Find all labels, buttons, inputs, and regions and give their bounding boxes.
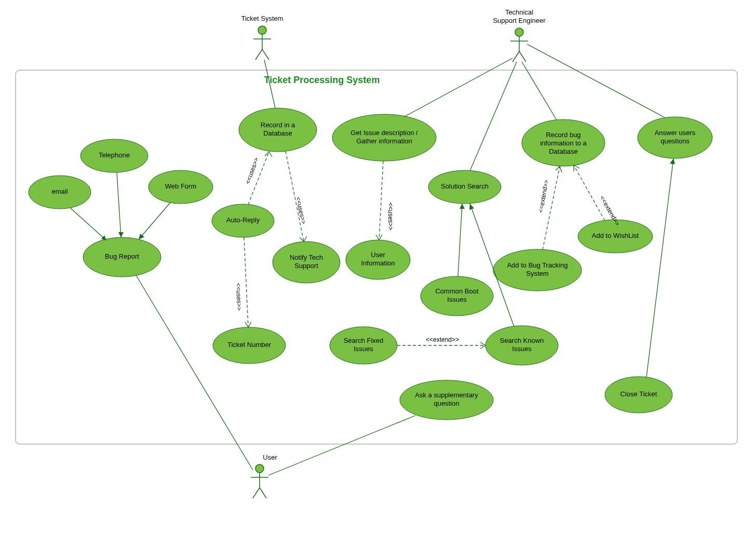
link-user-asksupp [268, 416, 415, 475]
svg-line-96 [379, 161, 383, 240]
svg-marker-76 [139, 234, 144, 239]
dep-wishlist-recordbug: <<extend>> [574, 165, 622, 227]
usecase-search-known: Search Known Issues [485, 326, 558, 365]
svg-text:Close Ticket: Close Ticket [620, 390, 657, 398]
dep-autoreply-ticketnum: <<uses>> [235, 237, 251, 327]
svg-line-82 [458, 204, 462, 276]
actor-ticket-system: Ticket System [241, 15, 283, 60]
svg-line-81 [527, 44, 665, 117]
link-webform-bugreport [139, 203, 170, 239]
usecase-email: email [29, 176, 91, 209]
link-close-answer [646, 158, 675, 377]
usecase-ask-supplementary: Ask a supplementary question [400, 380, 493, 420]
svg-text:Issues: Issues [354, 345, 373, 353]
link-tech-answer [527, 44, 665, 117]
svg-text:question: question [434, 399, 459, 407]
svg-point-1 [258, 26, 266, 34]
usecase-close-ticket: Close Ticket [605, 377, 672, 413]
svg-marker-83 [460, 204, 465, 209]
svg-text:Solution Search: Solution Search [441, 182, 489, 190]
svg-marker-85 [469, 204, 474, 210]
svg-text:email: email [51, 188, 68, 195]
svg-line-78 [404, 58, 512, 117]
usecase-telephone: Telephone [80, 139, 148, 172]
svg-text:Issues: Issues [447, 296, 467, 303]
dep-addbt-recordbug: <<extend>> [537, 166, 562, 250]
usecase-common-boot: Common Boot Issues [421, 276, 493, 316]
svg-text:Database: Database [263, 129, 292, 137]
link-telephone-bugreport [117, 172, 124, 237]
svg-text:User: User [371, 251, 385, 259]
svg-text:Search Fixed: Search Fixed [344, 337, 384, 344]
usecase-record-bug: Record bug information to a Database [522, 119, 605, 166]
svg-line-4 [255, 49, 262, 60]
svg-text:Ask a supplementary: Ask a supplementary [415, 391, 478, 399]
svg-line-5 [262, 49, 269, 60]
link-tech-solution [470, 62, 517, 171]
svg-line-79 [470, 62, 517, 171]
svg-text:Web Form: Web Form [165, 182, 196, 190]
svg-text:Support Engineer: Support Engineer [493, 17, 546, 24]
svg-text:<<uses>>: <<uses>> [387, 203, 394, 230]
usecase-bug-report: Bug Report [83, 237, 161, 277]
usecase-record-db: Record in a Database [239, 108, 317, 152]
usecase-solution-search: Solution Search [428, 170, 501, 204]
svg-text:Add to Bug Tracking: Add to Bug Tracking [507, 261, 568, 269]
svg-text:Bug Report: Bug Report [105, 252, 139, 260]
svg-text:Support: Support [294, 262, 318, 270]
svg-line-12 [519, 51, 526, 62]
dep-getissue-userinfo: <<uses>> [376, 161, 394, 240]
system-title: Ticket Processing System [264, 75, 380, 85]
svg-text:Record bug: Record bug [546, 131, 580, 139]
svg-text:Ticket Number: Ticket Number [227, 341, 272, 349]
usecase-add-bug-tracking: Add to Bug Tracking System [493, 249, 582, 291]
svg-text:Get Issue description /: Get Issue description / [350, 129, 418, 137]
svg-line-11 [512, 51, 519, 62]
actor-tech-engineer: Technical Support Engineer [493, 8, 546, 62]
svg-line-88 [136, 275, 253, 470]
svg-point-8 [515, 28, 523, 36]
svg-text:Gather information: Gather information [356, 137, 412, 145]
svg-text:System: System [526, 270, 548, 277]
dep-autoreply-record: <<uses>> [244, 152, 272, 205]
svg-text:Add to WishList: Add to WishList [592, 232, 639, 239]
svg-marker-74 [118, 232, 124, 237]
usecase-search-fixed: Search Fixed Issues [330, 327, 397, 364]
svg-line-98 [543, 166, 560, 250]
svg-text:<<uses>>: <<uses>> [244, 156, 260, 185]
svg-text:Ticket System: Ticket System [241, 15, 283, 22]
svg-text:<<extend>>: <<extend>> [537, 179, 550, 213]
svg-text:Information: Information [361, 259, 395, 267]
svg-text:information to a: information to a [540, 139, 587, 147]
dep-searchfixed-searchknown: <<extend>> [397, 336, 485, 349]
svg-text:<<uses>>: <<uses>> [294, 196, 307, 225]
svg-text:Technical: Technical [505, 8, 533, 16]
svg-text:Answer users: Answer users [655, 129, 696, 137]
svg-line-71 [70, 208, 106, 240]
svg-line-100 [574, 165, 605, 221]
link-commonboot-solution [458, 204, 465, 276]
usecase-get-issue: Get Issue description / Gather informati… [332, 114, 436, 161]
svg-point-14 [255, 464, 264, 473]
dep-record-notify: <<uses>> [286, 151, 307, 242]
svg-marker-87 [670, 158, 675, 164]
svg-text:questions: questions [660, 137, 690, 145]
actor-user: User [251, 453, 277, 498]
svg-text:<<uses>>: <<uses>> [235, 283, 243, 311]
svg-text:Common Boot: Common Boot [435, 287, 478, 295]
svg-text:Record in a: Record in a [261, 121, 295, 129]
svg-line-80 [522, 62, 557, 120]
svg-text:Notify Tech: Notify Tech [290, 253, 323, 261]
usecase-notify-tech: Notify Tech Support [273, 242, 340, 283]
link-email-bugreport [70, 208, 106, 240]
link-tech-recordbug [522, 62, 557, 120]
svg-text:Telephone: Telephone [99, 151, 130, 159]
usecase-ticket-number: Ticket Number [213, 327, 286, 364]
usecase-webform: Web Form [148, 170, 213, 204]
usecase-auto-reply: Auto-Reply [212, 204, 274, 237]
svg-line-86 [646, 158, 673, 377]
svg-text:Search Known: Search Known [500, 337, 544, 344]
link-tech-getissue [404, 58, 512, 117]
usecase-answer-users: Answer users questions [638, 117, 712, 158]
svg-text:Database: Database [549, 148, 578, 155]
